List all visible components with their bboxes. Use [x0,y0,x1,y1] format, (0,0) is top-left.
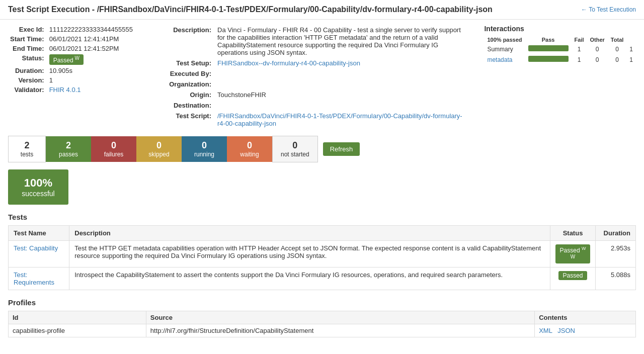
col-fail: Fail [572,36,587,44]
destination-value [214,100,469,111]
waiting-num: 0 [235,140,264,151]
test-script-label: Test Script: [154,111,214,129]
not-started-label: not started [281,151,309,158]
stat-passes: 2 passes [46,136,91,162]
start-time-value: 06/01/2021 12:41:41PM [46,34,135,44]
test-status-badge: Passed W [555,244,590,263]
back-link[interactable]: To Test Execution [581,6,636,13]
xml-link[interactable]: XML [539,327,552,334]
stat-not-started: 0 not started [272,136,318,162]
profile-source: http://hl7.org/fhir/StructureDefinition/… [146,324,534,337]
status-label: Status: [8,53,46,66]
executed-by-label: Executed By: [154,68,214,79]
col-duration: Duration [596,226,636,241]
col-source: Source [146,311,534,324]
test-name[interactable]: Test: Requirements [9,268,69,290]
status-badge: Passed [49,54,84,65]
stat-waiting: 0 waiting [227,136,272,162]
exec-id-value: 11112222233333344455555 [46,25,135,34]
table-row: Test: Capability Test the HTTP GET metad… [9,241,636,268]
profile-contents: XML JSON [535,324,636,337]
test-name[interactable]: Test: Capability [9,241,69,268]
col-status: Status [550,226,596,241]
running-num: 0 [190,140,219,151]
test-description: Introspect the CapabilityStatement to as… [69,268,550,290]
skipped-label: skipped [144,151,174,158]
interaction-progress [525,44,572,54]
tests-section-title: Tests [8,213,636,221]
stats-row: 2 tests 2 passes 0 failures 0 skipped 0 … [8,136,636,162]
profiles-table: Id Source Contents capabilities-profile … [8,311,636,337]
interaction-pass: 1 [572,54,587,65]
failures-num: 0 [99,140,128,151]
refresh-button[interactable]: Refresh [323,142,360,156]
test-duration: 5.088s [596,268,636,290]
info-section: Exec Id: 11112222233333344455555 Start T… [8,25,636,129]
interaction-pass: 1 [572,44,587,54]
interaction-name[interactable]: metadata [484,54,525,65]
interactions-table: 100% passed Pass Fail Other Total Summar… [484,36,636,65]
tests-label: tests [17,151,37,158]
col-pass: Pass [525,36,572,44]
col-test-name: Test Name [9,226,69,241]
version-value: 1 [46,75,135,85]
start-time-label: Start Time: [8,34,46,44]
interaction-progress [525,54,572,65]
test-duration: 2.953s [596,241,636,268]
waiting-label: waiting [235,151,264,158]
table-row: Test: Requirements Introspect the Capabi… [9,268,636,290]
test-setup-link[interactable]: FHIRSandbox--dv-formulary-r4-00-capabili… [217,59,360,67]
organization-value [214,79,469,90]
profile-id: capabilities-profile [9,324,146,337]
col-id: Id [9,311,146,324]
success-label: successful [18,190,58,198]
desc-label: Description: [154,25,214,58]
page-header: Test Script Execution - /FHIRSandbox/DaV… [0,0,644,20]
interaction-fail: 0 [587,54,608,65]
exec-id-label: Exec Id: [8,25,46,34]
tests-table: Test Name Description Status Duration Te… [8,225,636,290]
test-name-link: Test: Capability [14,244,58,252]
stat-running: 0 running [182,136,227,162]
test-name-link: Test: Requirements [14,271,54,286]
col-other: Other [587,36,608,44]
interactions-title: Interactions [484,25,636,33]
destination-label: Destination: [154,100,214,111]
test-setup-label: Test Setup: [154,58,214,68]
desc-value: Da Vinci - Formulary - FHIR R4 - 00 Capa… [214,25,469,58]
skipped-num: 0 [144,140,174,151]
interaction-other: 0 [608,44,626,54]
not-started-num: 0 [281,140,309,151]
interaction-total: 1 [626,44,636,54]
col-description: Description [69,226,550,241]
origin-value: TouchstoneFHIR [214,90,469,100]
passes-label: passes [54,151,83,158]
interaction-name: Summary [484,44,525,54]
organization-label: Organization: [154,79,214,90]
stat-skipped: 0 skipped [136,136,182,162]
interaction-total: 1 [626,54,636,65]
duration-label: Duration: [8,66,46,75]
page-title: Test Script Execution - /FHIRSandbox/DaV… [8,5,493,14]
passes-num: 2 [54,140,83,151]
interaction-row: Summary 1 0 0 1 [484,44,636,54]
col-contents: Contents [535,311,636,324]
end-time-value: 06/01/2021 12:41:52PM [46,44,135,53]
executed-by-value [214,68,469,79]
test-status-badge: Passed [558,271,587,280]
test-script-link[interactable]: /FHIRSandbox/DaVinci/FHIR4-0-1-Test/PDEX… [217,112,462,127]
progress-bar [528,56,569,62]
end-time-label: End Time: [8,44,46,53]
progress-bar [528,45,569,51]
json-link[interactable]: JSON [557,327,575,334]
interaction-link: metadata [487,56,512,63]
failures-label: failures [99,151,128,158]
validator-link[interactable]: FHIR 4.0.1 [49,86,81,94]
col-100passed: 100% passed [484,36,525,44]
test-description: Test the HTTP GET metadata capabilities … [69,241,550,268]
test-status: Passed W [550,241,596,268]
tests-num: 2 [17,140,37,151]
description-section: Description: Da Vinci - Formulary - FHIR… [154,25,469,129]
interaction-fail: 0 [587,44,608,54]
interaction-row: metadata 1 0 0 1 [484,54,636,65]
